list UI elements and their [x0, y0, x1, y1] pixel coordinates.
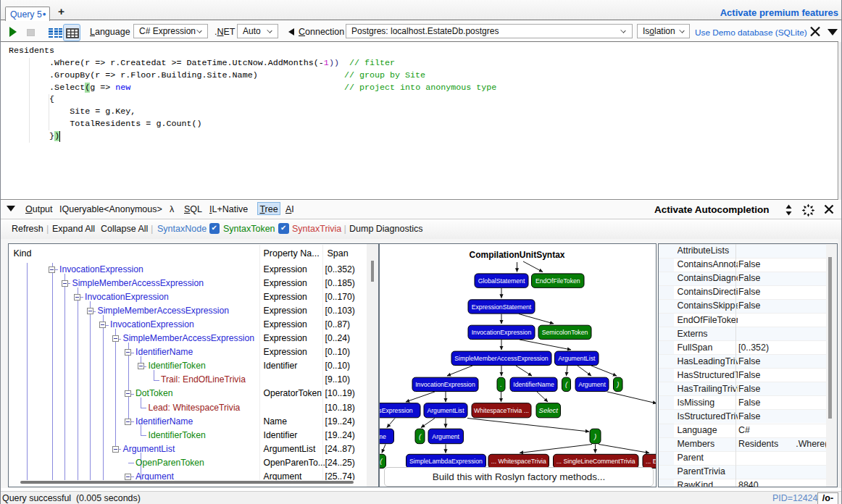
- svg-text:Select: Select: [539, 406, 559, 414]
- svg-text:GlobalStatement: GlobalStatement: [478, 277, 525, 285]
- svg-text:IdentifierName: IdentifierName: [513, 381, 554, 388]
- svg-text:): ): [616, 380, 619, 388]
- svg-text:Argument: Argument: [432, 433, 459, 440]
- svg-text:CompilationUnitSyntax: CompilationUnitSyntax: [469, 250, 564, 260]
- svg-text:): ): [593, 432, 596, 440]
- svg-text:SemicolonToken: SemicolonToken: [542, 329, 588, 336]
- svg-text:... SingleLineCommentTrivia: ... SingleLineCommentTrivia: [557, 458, 635, 465]
- svg-text:SimpleLambdaExpression: SimpleLambdaExpression: [409, 458, 483, 465]
- svg-text:InvocationExpression: InvocationExpression: [415, 381, 475, 388]
- svg-text:WhitespaceTrivia ...: WhitespaceTrivia ...: [474, 407, 529, 414]
- svg-text:IdentifierName: IdentifierName: [380, 433, 386, 440]
- svg-text:InvocationExpression: InvocationExpression: [472, 329, 532, 336]
- svg-text:... EndOfLineTrivia: ... EndOfLineTrivia: [646, 458, 656, 465]
- svg-text:.: .: [500, 380, 502, 388]
- svg-text:SimpleMemberAccessExpression: SimpleMemberAccessExpression: [380, 407, 413, 414]
- svg-text:Argument: Argument: [578, 381, 606, 388]
- svg-text:... WhitespaceTrivia: ... WhitespaceTrivia: [491, 458, 546, 465]
- svg-text:EndOfFileToken: EndOfFileToken: [535, 277, 580, 285]
- svg-text:ArgumentList: ArgumentList: [427, 407, 464, 414]
- svg-text:SimpleMemberAccessExpression: SimpleMemberAccessExpression: [454, 355, 549, 362]
- svg-text:ExpressionStatement: ExpressionStatement: [472, 303, 532, 311]
- svg-text:ArgumentList: ArgumentList: [558, 355, 596, 362]
